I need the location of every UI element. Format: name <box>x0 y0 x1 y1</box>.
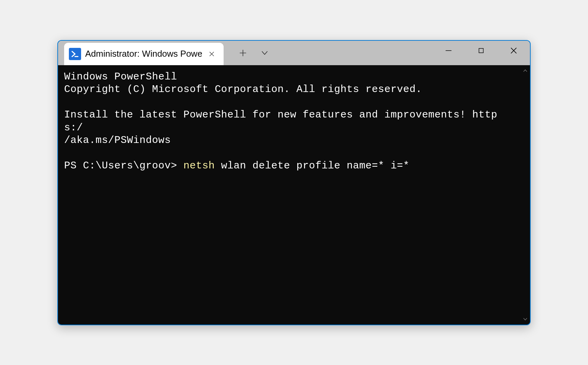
command-keyword: netsh <box>184 160 215 171</box>
powershell-icon <box>69 48 81 60</box>
terminal-prompt: PS C:\Users\groov> <box>64 160 184 171</box>
tab-actions <box>233 41 274 65</box>
tab-title: Administrator: Windows PowerS <box>85 49 202 59</box>
terminal-line: Windows PowerShell <box>64 71 177 83</box>
terminal-line: /aka.ms/PSWindows <box>64 134 171 146</box>
tab-close-button[interactable] <box>206 48 217 60</box>
maximize-button[interactable] <box>465 41 497 60</box>
minimize-button[interactable] <box>432 41 465 60</box>
scroll-up-icon[interactable] <box>522 67 529 74</box>
tab-dropdown-button[interactable] <box>255 45 274 61</box>
terminal-line: Install the latest PowerShell for new fe… <box>64 109 497 133</box>
svg-rect-0 <box>479 48 483 53</box>
command-args: wlan delete profile name=* i=* <box>215 160 410 171</box>
scrollbar[interactable] <box>520 65 530 325</box>
close-window-button[interactable] <box>497 41 530 60</box>
terminal-window: Administrator: Windows PowerS <box>57 40 531 325</box>
terminal-output[interactable]: Windows PowerShell Copyright (C) Microso… <box>58 65 520 325</box>
terminal-area: Windows PowerShell Copyright (C) Microso… <box>58 65 530 325</box>
window-controls <box>432 41 530 65</box>
titlebar: Administrator: Windows PowerS <box>58 41 530 65</box>
terminal-line: Copyright (C) Microsoft Corporation. All… <box>64 84 422 95</box>
new-tab-button[interactable] <box>233 45 253 61</box>
scroll-down-icon[interactable] <box>522 316 529 323</box>
tab-active[interactable]: Administrator: Windows PowerS <box>64 43 224 65</box>
